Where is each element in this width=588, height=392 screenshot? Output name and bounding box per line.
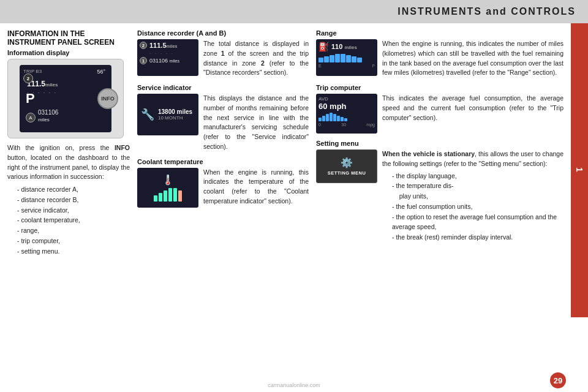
rg-bar-1 [318, 58, 323, 62]
tc-bar-7 [341, 117, 344, 121]
coolant-temp-desc: When the engine is running, this indicat… [203, 168, 309, 206]
dist-recorder-title: Distance recorder (A and B) [137, 29, 309, 37]
info-button-image: INFO [97, 88, 118, 109]
setting-list-item: the option to reset the average fuel con… [387, 212, 564, 233]
coolant-bar-4 [168, 188, 172, 202]
range-scale: E F [318, 64, 375, 68]
page-number: 29 [550, 372, 566, 388]
tc-bar-3 [326, 114, 329, 121]
service-indicator-desc: This displays the distance and the numbe… [203, 94, 309, 152]
range-value-row: ⛽ 110 miles [318, 42, 375, 51]
coolant-bar-3 [164, 190, 167, 202]
list-item: trip computer, [12, 236, 130, 246]
service-indicator-title: Service indicator [137, 84, 309, 91]
tc-bar-8 [344, 118, 347, 121]
setting-menu-desc: When the vehicle is stationary, this all… [382, 149, 564, 169]
chapter-number: 1 [575, 167, 584, 173]
tc-bar-5 [333, 114, 336, 121]
watermark: carmanualonline.com [268, 382, 320, 388]
tc-bar-6 [337, 116, 340, 121]
trip-computer-image: AVD 60 mph 0 30 m [316, 94, 377, 134]
coolant-temp-text: When the engine is running, this indicat… [203, 168, 309, 208]
coolant-bar-6 [178, 190, 182, 202]
setting-menu-list: the display language, the temperature di… [387, 171, 564, 243]
distance-recorder-section: Distance recorder (A and B) 2 111.5miles… [137, 29, 309, 78]
trip-computer-section: Trip computer AVD 60 mph [316, 84, 564, 134]
dr-badge1: 1 [140, 57, 147, 64]
coolant-bars [154, 188, 182, 202]
range-miles: 110 miles [331, 43, 357, 50]
dr-value2: 111.5miles [149, 42, 177, 49]
setting-menu-section: Setting menu ⚙️ SETTING MENU When the ve… [316, 140, 564, 243]
wrench-icon: 🔧 [141, 108, 154, 121]
trip-computer-desc: This indicates the average fuel consumpt… [382, 94, 564, 123]
rg-bar-7 [352, 56, 356, 62]
si-months: 10 MONTH [158, 115, 192, 121]
dashes-display: - - - - - - [27, 89, 108, 95]
rg-bar-3 [330, 55, 334, 62]
temp-display: 56° [97, 69, 105, 75]
coolant-temp-row: 🌡️ When the engine is running, this indi… [137, 168, 309, 208]
list-item: setting menu. [12, 246, 130, 257]
setting-list-item: the fuel consumption units, [387, 202, 564, 212]
list-item: range, [12, 225, 130, 236]
rg-bar-5 [341, 54, 345, 62]
rg-bar-2 [324, 56, 329, 62]
rg-bar-8 [357, 58, 362, 62]
column-2: Distance recorder (A and B) 2 111.5miles… [137, 29, 309, 386]
info-list: distance recorder A, distance recorder B… [12, 184, 130, 257]
service-indicator-section: Service indicator 🔧 13800 miles 10 MONTH… [137, 84, 309, 152]
range-section: Range ⛽ 110 miles [316, 29, 564, 78]
trip-computer-text: This indicates the average fuel consumpt… [382, 94, 564, 134]
si-values-block: 13800 miles 10 MONTH [158, 108, 192, 121]
coolant-temp-image: 🌡️ [137, 168, 198, 208]
column-1: INFORMATION IN THE INSTRUMENT PANEL SCRE… [7, 29, 130, 386]
list-item: distance recorder B, [12, 195, 130, 205]
dist-recorder-desc: The total distance is displayed in zone … [203, 39, 309, 78]
dr-badge2: 2 [140, 42, 147, 49]
tc-bar-1 [318, 118, 322, 121]
range-desc: When the engine is running, this indicat… [382, 39, 564, 78]
setting-icon: ⚙️ [341, 157, 353, 168]
chapter-tab: 1 [571, 23, 588, 317]
section-title-col1: INFORMATION IN THE INSTRUMENT PANEL SCRE… [7, 29, 130, 47]
col1-paragraph: With the ignition on, press the INFO but… [7, 143, 130, 182]
dist-recorder-row: 2 111.5miles - - - - - 1 031106 miles Th… [137, 39, 309, 78]
service-indicator-image: 🔧 13800 miles 10 MONTH [137, 94, 198, 135]
fuel-icon: ⛽ [318, 42, 329, 51]
info-display-subtitle: Information display [7, 49, 130, 56]
header-title: INSTRUMENTS and CONTROLS [398, 6, 576, 17]
column-3: Range ⛽ 110 miles [316, 29, 564, 386]
range-gauge [318, 54, 375, 62]
coolant-bar-1 [154, 195, 157, 202]
setting-list-item: the break (rest) reminder display interv… [387, 232, 564, 243]
range-text: When the engine is running, this indicat… [382, 39, 564, 78]
rg-bar-6 [346, 55, 351, 62]
coolant-temp-title: Coolant temperature [137, 158, 309, 165]
service-indicator-text: This displays the distance and the numbe… [203, 94, 309, 152]
setting-list-item: the temperature dis- play units, [387, 181, 564, 202]
dist-recorder-text: The total distance is displayed in zone … [203, 39, 309, 78]
range-title: Range [316, 29, 564, 37]
tc-bar-4 [330, 113, 333, 121]
dr-dashes: - - - - - [149, 50, 196, 56]
tc-bar-2 [322, 116, 325, 121]
gear-display: P [26, 91, 35, 107]
tc-gauge [318, 113, 375, 121]
dr-miles1: 031106 miles [149, 58, 179, 64]
setting-menu-label: SETTING MENU [328, 170, 366, 176]
setting-list-item: the display language, [387, 171, 564, 181]
zone1-miles: 031106 miles [38, 109, 58, 123]
setting-menu-row: ⚙️ SETTING MENU When the vehicle is stat… [316, 149, 564, 243]
si-row: 🔧 13800 miles 10 MONTH [141, 108, 195, 121]
range-image: ⛽ 110 miles E F [316, 39, 377, 76]
dr-zone2: 2 111.5miles [140, 42, 196, 49]
list-item: coolant temperature, [12, 215, 130, 225]
coolant-icon: 🌡️ [162, 174, 174, 186]
service-indicator-row: 🔧 13800 miles 10 MONTH This displays the… [137, 94, 309, 152]
trip-computer-row: AVD 60 mph 0 30 m [316, 94, 564, 134]
zone2-badge: 2 [23, 74, 33, 83]
main-content: INFORMATION IN THE INSTRUMENT PANEL SCRE… [0, 23, 571, 392]
list-item: distance recorder A, [12, 184, 130, 195]
si-miles: 13800 miles [158, 108, 192, 115]
